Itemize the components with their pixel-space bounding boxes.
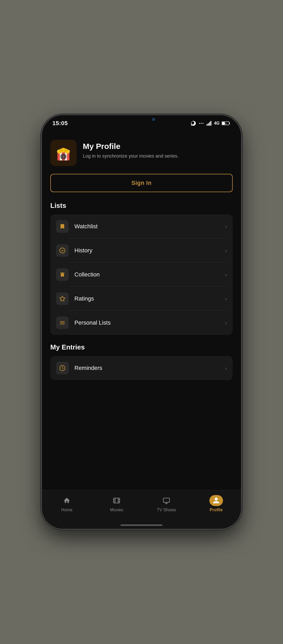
svg-point-0 xyxy=(199,123,200,124)
svg-point-20 xyxy=(59,148,63,153)
tv-shows-nav-icon-wrap xyxy=(160,495,173,506)
svg-point-2 xyxy=(202,123,203,124)
history-icon-wrap xyxy=(56,244,69,257)
profile-title: My Profile xyxy=(83,142,233,151)
history-chevron: › xyxy=(225,248,227,254)
nav-home[interactable]: Home xyxy=(42,494,92,513)
ratings-icon-wrap xyxy=(56,292,69,305)
personal-lists-chevron: › xyxy=(225,320,227,326)
home-nav-label: Home xyxy=(61,508,73,512)
history-label: History xyxy=(74,247,225,254)
svg-rect-6 xyxy=(210,121,211,126)
lists-section-title: Lists xyxy=(50,202,233,210)
svg-point-21 xyxy=(64,148,68,153)
nav-movies[interactable]: Movies xyxy=(92,494,142,513)
tv-shows-nav-label: TV Shows xyxy=(157,508,176,512)
profile-nav-label: Profile xyxy=(210,508,223,512)
main-content: My Profile Log in to synchronize your mo… xyxy=(42,129,241,490)
ratings-item[interactable]: Ratings › xyxy=(50,287,233,311)
history-item[interactable]: History › xyxy=(50,238,233,263)
svg-point-29 xyxy=(60,248,65,253)
list-icon xyxy=(59,320,66,326)
personal-lists-label: Personal Lists xyxy=(74,319,225,326)
collection-item[interactable]: Collection › xyxy=(50,263,233,287)
sign-in-button[interactable]: Sign In xyxy=(50,174,233,192)
personal-lists-icon-wrap xyxy=(56,317,69,329)
svg-rect-9 xyxy=(229,123,230,124)
svg-rect-4 xyxy=(208,123,209,126)
svg-rect-3 xyxy=(206,124,208,126)
bookmark-icon xyxy=(59,223,66,230)
watchlist-item[interactable]: Watchlist › xyxy=(50,214,233,238)
svg-rect-31 xyxy=(60,321,65,322)
check-circle-icon xyxy=(59,247,66,254)
phone-frame: 15:05 4G xyxy=(42,115,241,529)
status-icons: 4G 43 xyxy=(191,120,231,126)
clock-icon xyxy=(59,365,66,371)
reminders-item[interactable]: Reminders › xyxy=(50,356,233,380)
star-icon xyxy=(59,296,66,302)
profile-avatar xyxy=(50,140,77,166)
status-time: 15:05 xyxy=(52,120,68,127)
dots-icon xyxy=(198,120,204,126)
nav-tv-shows[interactable]: TV Shows xyxy=(142,494,191,513)
profile-info: My Profile Log in to synchronize your mo… xyxy=(83,140,233,159)
signal-icon xyxy=(206,121,212,126)
reminders-label: Reminders xyxy=(74,365,225,371)
home-icon xyxy=(63,497,70,504)
reminders-icon-wrap xyxy=(56,362,69,374)
battery-icon: 43 xyxy=(222,121,231,126)
app-logo-icon xyxy=(54,144,73,162)
watchlist-label: Watchlist xyxy=(74,223,225,230)
reminders-chevron: › xyxy=(225,365,227,371)
collection-bookmark-icon xyxy=(59,271,66,278)
film-icon xyxy=(113,497,120,504)
notch xyxy=(121,115,162,125)
movies-nav-icon-wrap xyxy=(110,495,123,506)
bottom-nav: Home Movies xyxy=(42,490,241,521)
ratings-chevron: › xyxy=(225,296,227,302)
svg-point-1 xyxy=(201,123,202,124)
my-entries-card: Reminders › xyxy=(50,356,233,380)
ratings-label: Ratings xyxy=(74,295,225,302)
svg-rect-5 xyxy=(209,122,210,126)
svg-rect-33 xyxy=(60,324,65,324)
4g-icon: 4G xyxy=(214,121,220,126)
home-indicator xyxy=(42,521,241,529)
profile-header: My Profile Log in to synchronize your mo… xyxy=(50,135,233,174)
personal-lists-item[interactable]: Personal Lists › xyxy=(50,311,233,335)
nav-profile[interactable]: Profile xyxy=(191,494,241,513)
my-entries-section-title: My Entries xyxy=(50,343,233,351)
profile-nav-icon-wrap xyxy=(209,495,223,506)
collection-chevron: › xyxy=(225,272,227,278)
svg-rect-32 xyxy=(60,323,65,323)
collection-label: Collection xyxy=(74,271,225,278)
whatsapp-icon xyxy=(191,120,196,126)
watchlist-chevron: › xyxy=(225,224,227,230)
screen: 15:05 4G xyxy=(42,115,241,529)
svg-rect-35 xyxy=(113,498,119,503)
collection-icon-wrap xyxy=(56,268,69,281)
svg-point-24 xyxy=(63,156,64,157)
home-nav-icon-wrap xyxy=(60,495,74,506)
watchlist-icon-wrap xyxy=(56,220,69,233)
svg-rect-42 xyxy=(163,498,169,502)
home-bar xyxy=(121,524,162,526)
profile-subtitle: Log in to synchronize your movies and se… xyxy=(83,153,233,159)
svg-marker-30 xyxy=(60,296,65,301)
movies-nav-label: Movies xyxy=(110,508,123,512)
svg-text:43: 43 xyxy=(224,123,226,125)
camera xyxy=(152,118,155,121)
person-icon xyxy=(213,497,220,504)
tv-icon xyxy=(163,497,170,504)
lists-card: Watchlist › History › xyxy=(50,214,233,335)
